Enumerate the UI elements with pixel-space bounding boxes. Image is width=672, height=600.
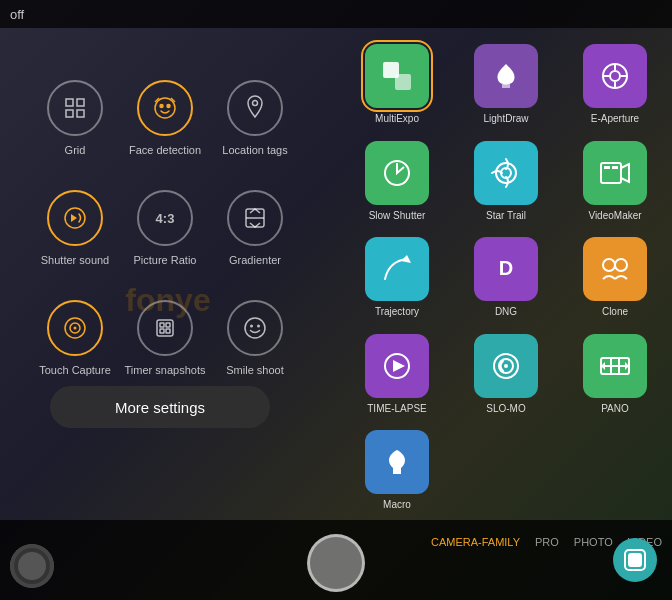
setting-shutter-sound[interactable]: Shutter sound bbox=[30, 168, 120, 278]
startrail-icon bbox=[474, 141, 538, 205]
svg-point-21 bbox=[250, 325, 253, 328]
mode-multiexpo[interactable]: MultiExpo bbox=[345, 38, 449, 129]
slomo-icon bbox=[474, 334, 538, 398]
svg-point-6 bbox=[167, 105, 170, 108]
setting-timer-snapshots[interactable]: Timer snapshots bbox=[120, 278, 210, 388]
mode-pano[interactable]: PANO bbox=[563, 327, 667, 418]
svg-rect-16 bbox=[160, 323, 164, 327]
mode-timelapse[interactable]: TIME-LAPSE bbox=[345, 327, 449, 418]
setting-location-tags[interactable]: Location tags bbox=[210, 58, 300, 168]
svg-rect-15 bbox=[157, 320, 173, 336]
smile-shoot-label: Smile shoot bbox=[226, 364, 283, 376]
mode-macro[interactable]: Macro bbox=[345, 424, 449, 515]
setting-grid[interactable]: Grid bbox=[30, 58, 120, 168]
mode-dng[interactable]: D DNG bbox=[454, 231, 558, 322]
mode-slowshutter[interactable]: Slow Shutter bbox=[345, 134, 449, 225]
svg-marker-42 bbox=[393, 360, 405, 372]
svg-point-4 bbox=[155, 98, 175, 118]
switch-camera-button[interactable] bbox=[613, 538, 657, 582]
mode-clone[interactable]: Clone bbox=[563, 231, 667, 322]
svg-rect-24 bbox=[395, 74, 411, 90]
timelapse-icon bbox=[365, 334, 429, 398]
svg-rect-2 bbox=[66, 110, 73, 117]
svg-rect-34 bbox=[601, 163, 621, 183]
multiexpo-label: MultiExpo bbox=[375, 113, 419, 124]
svg-point-40 bbox=[615, 259, 627, 271]
eaperture-label: E-Aperture bbox=[591, 113, 639, 124]
right-panel: MultiExpo LightDraw bbox=[340, 28, 672, 520]
svg-rect-3 bbox=[77, 110, 84, 117]
dng-icon: D bbox=[474, 237, 538, 301]
mode-eaperture[interactable]: E-Aperture bbox=[563, 38, 667, 129]
more-settings-label: More settings bbox=[115, 399, 205, 416]
lightdraw-icon bbox=[474, 44, 538, 108]
face-detection-icon bbox=[137, 80, 193, 136]
setting-picture-ratio[interactable]: 4:3 Picture Ratio bbox=[120, 168, 210, 278]
timer-snapshots-icon bbox=[137, 300, 193, 356]
svg-point-52 bbox=[392, 453, 402, 467]
picture-ratio-icon: 4:3 bbox=[137, 190, 193, 246]
pano-icon bbox=[583, 334, 647, 398]
svg-rect-0 bbox=[66, 99, 73, 106]
svg-rect-1 bbox=[77, 99, 84, 106]
status-text: off bbox=[10, 7, 24, 22]
touch-capture-label: Touch Capture bbox=[39, 364, 111, 376]
tab-pro[interactable]: PRO bbox=[535, 536, 559, 548]
pano-label: PANO bbox=[601, 403, 629, 414]
mode-startrail[interactable]: Star Trail bbox=[454, 134, 558, 225]
tab-photo[interactable]: PHOTO bbox=[574, 536, 613, 548]
shutter-button-area[interactable] bbox=[307, 534, 365, 592]
bottom-bar: CAMERA-FAMILY PRO PHOTO VIDEO bbox=[0, 520, 672, 600]
gallery-thumb[interactable] bbox=[10, 544, 54, 588]
macro-icon bbox=[365, 430, 429, 494]
touch-capture-icon bbox=[47, 300, 103, 356]
svg-point-26 bbox=[610, 71, 620, 81]
svg-rect-57 bbox=[629, 554, 641, 566]
timelapse-label: TIME-LAPSE bbox=[367, 403, 426, 414]
svg-rect-18 bbox=[160, 329, 164, 333]
mode-slomo[interactable]: SLO-MO bbox=[454, 327, 558, 418]
svg-point-7 bbox=[253, 101, 258, 106]
setting-touch-capture[interactable]: Touch Capture bbox=[30, 278, 120, 388]
dng-label: DNG bbox=[495, 306, 517, 317]
mode-lightdraw[interactable]: LightDraw bbox=[454, 38, 558, 129]
shutter-sound-label: Shutter sound bbox=[41, 254, 110, 266]
svg-rect-36 bbox=[612, 166, 618, 169]
status-bar: off bbox=[0, 0, 672, 28]
setting-smile-shoot[interactable]: Smile shoot bbox=[210, 278, 300, 388]
svg-point-39 bbox=[603, 259, 615, 271]
videomaker-label: VideoMaker bbox=[588, 210, 641, 221]
settings-grid: Grid Face detection Locat bbox=[30, 58, 300, 388]
grid-icon bbox=[47, 80, 103, 136]
setting-face-detection[interactable]: Face detection bbox=[120, 58, 210, 168]
location-icon bbox=[227, 80, 283, 136]
svg-text:D: D bbox=[499, 257, 513, 279]
face-detection-label: Face detection bbox=[129, 144, 201, 156]
svg-point-45 bbox=[504, 364, 508, 368]
svg-point-5 bbox=[160, 105, 163, 108]
svg-rect-35 bbox=[604, 166, 610, 169]
gradienter-label: Gradienter bbox=[229, 254, 281, 266]
mode-videomaker[interactable]: VideoMaker bbox=[563, 134, 667, 225]
mode-trajectory[interactable]: Trajectory bbox=[345, 231, 449, 322]
svg-rect-19 bbox=[166, 329, 170, 333]
setting-gradienter[interactable]: Gradienter bbox=[210, 168, 300, 278]
svg-point-14 bbox=[74, 327, 77, 330]
shutter-button[interactable] bbox=[307, 534, 365, 592]
clone-icon bbox=[583, 237, 647, 301]
more-settings-button[interactable]: More settings bbox=[50, 386, 270, 428]
timer-snapshots-label: Timer snapshots bbox=[125, 364, 206, 376]
svg-point-55 bbox=[18, 552, 46, 580]
modes-grid: MultiExpo LightDraw bbox=[345, 38, 667, 515]
grid-label: Grid bbox=[65, 144, 86, 156]
multiexpo-icon bbox=[365, 44, 429, 108]
svg-point-32 bbox=[496, 163, 516, 183]
tab-camera-family[interactable]: CAMERA-FAMILY bbox=[431, 536, 520, 548]
trajectory-icon bbox=[365, 237, 429, 301]
startrail-label: Star Trail bbox=[486, 210, 526, 221]
gallery-thumbnail-area[interactable] bbox=[10, 544, 54, 588]
slowshutter-icon bbox=[365, 141, 429, 205]
slomo-label: SLO-MO bbox=[486, 403, 525, 414]
shutter-sound-icon bbox=[47, 190, 103, 246]
location-tags-label: Location tags bbox=[222, 144, 287, 156]
